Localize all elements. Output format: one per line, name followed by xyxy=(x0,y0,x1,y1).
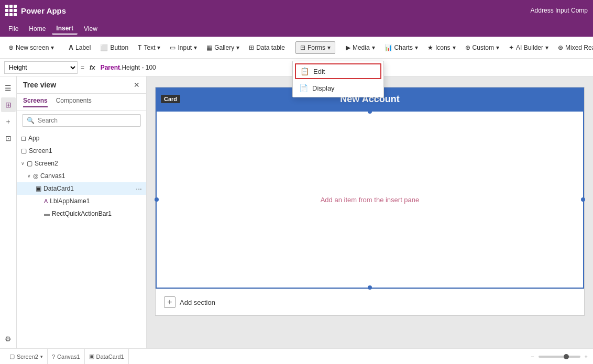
tree-item-lblappname1[interactable]: A LblAppName1 xyxy=(17,195,146,207)
status-datacard[interactable]: ▣ DataCard1 xyxy=(85,349,129,364)
tree-item-screen1[interactable]: ▢ Screen1 xyxy=(17,145,146,157)
screen-status-icon: ▢ xyxy=(9,353,15,360)
button-text: Button xyxy=(110,44,128,51)
gallery-chevron: ▾ xyxy=(236,44,239,51)
new-screen-icon: ⊕ xyxy=(8,44,14,51)
charts-chevron: ▾ xyxy=(415,44,418,51)
ai-label: AI Builder xyxy=(516,44,543,51)
zoom-plus-button[interactable]: + xyxy=(585,354,588,360)
new-screen-label: New screen xyxy=(16,44,49,51)
text-label: Text xyxy=(144,44,155,51)
tree-item-canvas1[interactable]: ∨ ◎ Canvas1 xyxy=(17,170,146,182)
canvas-area[interactable]: Card New Account Add an item from the in… xyxy=(147,76,593,348)
search-input[interactable] xyxy=(38,117,136,124)
canvas1-chevron: ∨ xyxy=(27,173,31,179)
menu-view[interactable]: View xyxy=(80,24,102,34)
data-table-button[interactable]: ⊞ Data table xyxy=(245,42,289,53)
button-button[interactable]: ⬜ Button xyxy=(96,42,133,53)
canvas-status-icon: ? xyxy=(52,354,55,360)
display-label: Display xyxy=(312,84,335,92)
tree-item-rectquickactionbar1[interactable]: ▬ RectQuickActionBar1 xyxy=(17,207,146,220)
tab-screens[interactable]: Screens xyxy=(23,97,48,107)
gallery-button[interactable]: ▦ Gallery ▾ xyxy=(202,42,244,53)
zoom-thumb[interactable] xyxy=(564,354,569,359)
input-button[interactable]: ▭ Input ▾ xyxy=(166,42,201,53)
tree-item-screen2[interactable]: ∨ ▢ Screen2 xyxy=(17,157,146,170)
sidebar-insert-icon[interactable]: ⊞ xyxy=(1,97,16,112)
icons-label: Icons xyxy=(435,44,451,51)
status-canvas[interactable]: ? Canvas1 xyxy=(48,349,85,364)
formula-equals: = xyxy=(81,64,84,71)
media-button[interactable]: ▶ Media ▾ xyxy=(342,42,379,53)
icons-chevron: ▾ xyxy=(453,44,456,51)
menu-insert[interactable]: Insert xyxy=(52,23,78,35)
menu-home[interactable]: Home xyxy=(25,24,50,34)
form-container: Card New Account Add an item from the in… xyxy=(155,87,585,316)
sidebar-add-icon[interactable]: + xyxy=(1,114,16,129)
new-screen-chevron: ▾ xyxy=(51,44,54,51)
card-label: Card xyxy=(161,95,180,103)
rect-label: RectQuickActionBar1 xyxy=(52,210,112,217)
form-body[interactable]: Add an item from the insert pane xyxy=(156,111,584,289)
label-button[interactable]: A Label xyxy=(64,42,95,53)
forms-button[interactable]: ⊟ Forms ▾ xyxy=(295,41,335,54)
tree-panel: Tree view ✕ Screens Components 🔍 ◻ App ▢… xyxy=(17,76,147,348)
add-section-button[interactable]: + xyxy=(164,296,175,308)
gallery-icon: ▦ xyxy=(206,44,212,51)
gallery-label: Gallery xyxy=(214,44,234,51)
custom-button[interactable]: ⊕ Custom ▾ xyxy=(461,42,503,53)
text-icon: T xyxy=(138,44,141,51)
sidebar-variables-icon[interactable]: ⚙ xyxy=(1,332,16,346)
forms-chevron: ▾ xyxy=(327,44,331,51)
sidebar-components-icon[interactable]: ⊡ xyxy=(1,131,16,146)
zoom-minus-button[interactable]: − xyxy=(531,354,534,360)
forms-icon: ⊟ xyxy=(300,44,305,51)
tree-item-datacard1[interactable]: ▣ DataCard1 ··· xyxy=(17,182,146,195)
property-selector[interactable]: Height xyxy=(4,61,78,74)
lbl-label: LblAppName1 xyxy=(50,197,90,205)
icons-toolbar-icon: ★ xyxy=(427,44,433,51)
fx-button[interactable]: fx xyxy=(87,63,97,72)
ai-builder-button[interactable]: ✦ AI Builder ▾ xyxy=(504,42,553,53)
tree-item-app[interactable]: ◻ App xyxy=(17,132,146,145)
label-icon: A xyxy=(69,44,73,51)
dropdown-edit-item[interactable]: 📋 Edit xyxy=(295,63,381,79)
datacard1-more-button[interactable]: ··· xyxy=(136,184,142,193)
screen1-icon: ▢ xyxy=(21,147,27,155)
handle-left[interactable] xyxy=(155,197,159,202)
zoom-slider[interactable] xyxy=(539,356,580,358)
mixed-reality-button[interactable]: ⊛ Mixed Reality ▾ xyxy=(554,42,593,53)
handle-right[interactable] xyxy=(581,197,585,202)
tree-close-button[interactable]: ✕ xyxy=(134,81,140,89)
handle-top[interactable] xyxy=(368,109,372,114)
tree-title: Tree view xyxy=(23,81,56,89)
media-chevron: ▾ xyxy=(372,44,375,51)
text-button[interactable]: T Text ▾ xyxy=(134,42,164,53)
input-icon: ▭ xyxy=(170,44,175,51)
screen1-label: Screen1 xyxy=(29,147,52,155)
add-section-label: Add section xyxy=(180,299,215,306)
tree-header: Tree view ✕ xyxy=(17,76,146,94)
status-screen[interactable]: ▢ Screen2 ▾ xyxy=(5,349,48,364)
sidebar-treeview-icon[interactable]: ☰ xyxy=(1,81,16,95)
tab-components[interactable]: Components xyxy=(56,97,92,107)
waffle-button[interactable] xyxy=(5,5,17,16)
menu-file[interactable]: File xyxy=(4,24,23,34)
tree-items: ◻ App ▢ Screen1 ∨ ▢ Screen2 ∨ ◎ Canvas1 xyxy=(17,130,146,348)
status-right: − + xyxy=(531,354,588,360)
button-icon: ⬜ xyxy=(100,44,108,51)
charts-button[interactable]: 📊 Charts ▾ xyxy=(380,42,422,53)
top-bar: Power Apps Address Input Comp xyxy=(0,0,593,21)
charts-icon: 📊 xyxy=(385,44,392,51)
charts-label: Charts xyxy=(394,44,413,51)
datatable-icon: ⊞ xyxy=(249,44,254,51)
handle-bottom[interactable] xyxy=(368,285,372,290)
dropdown-display-item[interactable]: 📄 Display xyxy=(293,80,383,96)
icons-button[interactable]: ★ Icons ▾ xyxy=(423,42,460,53)
canvas-status-label: Canvas1 xyxy=(57,354,80,360)
edit-label: Edit xyxy=(313,68,325,75)
new-screen-button[interactable]: ⊕ New screen ▾ xyxy=(4,42,58,53)
add-section-row[interactable]: + Add section xyxy=(155,289,585,316)
formula-keyword: Parent xyxy=(101,64,120,71)
waffle-icon[interactable] xyxy=(5,5,17,16)
